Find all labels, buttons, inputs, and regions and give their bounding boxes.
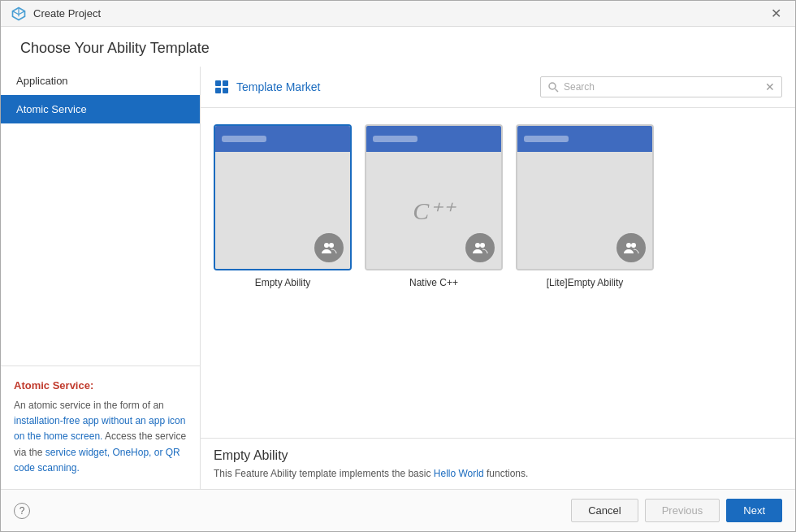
cpp-text-icon: C⁺⁺ — [413, 197, 455, 225]
search-icon — [547, 81, 559, 93]
group-icon — [321, 240, 337, 256]
template-market-icon — [214, 79, 230, 95]
sidebar-item-atomic-service[interactable]: Atomic Service — [1, 95, 200, 123]
main-content: Template Market ✕ — [201, 67, 795, 489]
svg-rect-2 — [215, 88, 221, 93]
svg-point-8 — [475, 243, 480, 248]
search-box[interactable]: ✕ — [540, 76, 782, 97]
sidebar-info: Atomic Service: An atomic service in the… — [1, 365, 200, 489]
previous-button[interactable]: Previous — [645, 499, 720, 522]
content-header: Template Market ✕ — [201, 67, 795, 108]
template-card-empty-ability[interactable]: Empty Ability — [214, 124, 352, 288]
template-card-lite-empty-ability[interactable]: [Lite]Empty Ability — [516, 124, 654, 288]
people-icon-3 — [616, 233, 646, 262]
svg-point-11 — [631, 243, 636, 248]
dialog-body: Application Atomic Service Atomic Servic… — [1, 67, 795, 489]
card-top-bar-2 — [366, 126, 501, 152]
footer-buttons: Cancel Previous Next — [571, 499, 782, 522]
dialog-title: Create Project — [33, 7, 101, 19]
sidebar-item-application[interactable]: Application — [1, 67, 200, 95]
next-button[interactable]: Next — [726, 499, 782, 522]
template-card-inner-lite-empty — [516, 124, 654, 270]
template-card-label-native-cpp: Native C++ — [409, 277, 458, 288]
sidebar-info-text: An atomic service in the form of an inst… — [14, 398, 187, 476]
close-button[interactable]: ✕ — [766, 4, 785, 24]
svg-rect-3 — [223, 88, 228, 93]
help-button[interactable]: ? — [14, 503, 30, 519]
selected-description: Empty Ability This Feature Ability templ… — [201, 438, 795, 489]
dialog-footer: ? Cancel Previous Next — [1, 489, 795, 531]
top-bar-pill-2 — [373, 136, 417, 142]
card-top-bar-3 — [517, 126, 652, 152]
svg-rect-0 — [215, 80, 221, 86]
template-card-inner-empty-ability — [214, 124, 352, 270]
sidebar: Application Atomic Service Atomic Servic… — [1, 67, 201, 489]
title-bar-left: Create Project — [11, 6, 101, 22]
selected-template-title: Empty Ability — [214, 448, 782, 463]
footer-left: ? — [14, 503, 30, 519]
group-icon-3 — [623, 240, 639, 256]
app-logo-icon — [11, 6, 27, 22]
cancel-button[interactable]: Cancel — [571, 499, 638, 522]
template-card-label-empty-ability: Empty Ability — [255, 277, 311, 288]
template-market-label: Template Market — [214, 79, 320, 95]
selected-template-text: This Feature Ability template implements… — [214, 468, 782, 479]
create-project-dialog: Create Project ✕ Choose Your Ability Tem… — [0, 0, 796, 532]
svg-rect-1 — [223, 80, 228, 86]
card-top-bar — [215, 126, 350, 152]
group-icon-2 — [472, 240, 488, 256]
svg-point-4 — [549, 83, 556, 89]
dialog-header: Choose Your Ability Template — [1, 27, 795, 67]
template-card-label-lite-empty: [Lite]Empty Ability — [547, 277, 624, 288]
templates-grid: Empty Ability C⁺⁺ — [201, 108, 795, 438]
card-footer-3 — [616, 233, 646, 262]
svg-point-6 — [324, 243, 329, 248]
svg-line-5 — [556, 89, 559, 93]
people-icon-2 — [465, 233, 495, 262]
search-input[interactable] — [564, 81, 760, 93]
svg-point-10 — [626, 243, 631, 248]
card-footer-2 — [465, 233, 495, 262]
search-clear-button[interactable]: ✕ — [765, 80, 775, 93]
template-card-native-cpp[interactable]: C⁺⁺ — [365, 124, 503, 288]
svg-point-9 — [480, 243, 485, 248]
top-bar-pill — [222, 136, 266, 142]
title-bar: Create Project ✕ — [1, 1, 795, 27]
template-market-text: Template Market — [236, 80, 320, 93]
card-footer — [314, 233, 344, 262]
svg-point-7 — [329, 243, 334, 248]
top-bar-pill-3 — [524, 136, 569, 142]
template-card-inner-native-cpp: C⁺⁺ — [365, 124, 503, 270]
people-icon — [314, 233, 344, 262]
sidebar-info-title: Atomic Service: — [14, 379, 187, 391]
